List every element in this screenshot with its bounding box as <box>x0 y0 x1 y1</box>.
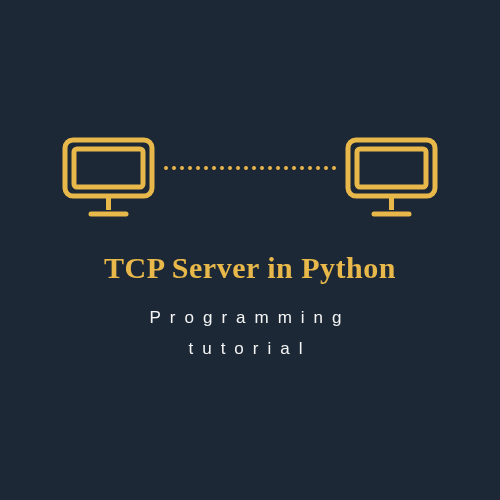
page-title: TCP Server in Python <box>104 251 396 285</box>
subtitle-line-2: tutorial <box>149 334 350 365</box>
monitor-icon <box>61 136 156 221</box>
network-illustration <box>61 136 439 221</box>
subtitle-line-1: Programming <box>149 303 350 334</box>
svg-rect-1 <box>74 149 143 187</box>
monitor-icon <box>344 136 439 221</box>
svg-rect-5 <box>357 149 426 187</box>
page-subtitle: Programming tutorial <box>149 303 350 364</box>
connection-dots-icon <box>164 166 336 190</box>
